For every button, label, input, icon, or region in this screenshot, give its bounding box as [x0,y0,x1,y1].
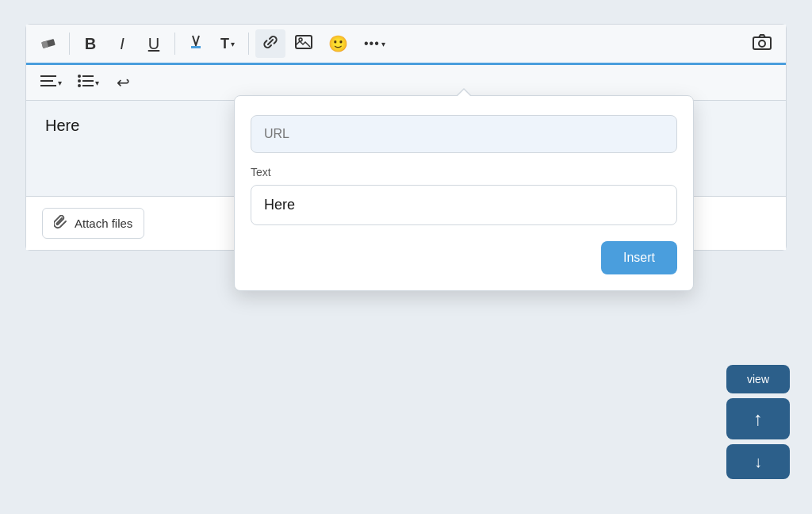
separator3 [248,33,249,55]
align-icon [40,75,56,91]
popup-footer: Insert [251,241,677,274]
camera-button[interactable] [746,29,778,58]
scroll-up-button[interactable]: ↑ [726,398,790,439]
separator2 [174,33,175,55]
align-chevron: ▾ [58,79,62,87]
color-icon [188,34,204,54]
editor-content: Here [45,117,79,134]
scroll-down-button[interactable]: ↓ [726,444,790,479]
attach-files-button[interactable]: Attach files [42,208,144,239]
bold-button[interactable]: B [76,29,105,58]
right-actions: view ↑ ↓ [726,365,790,479]
link-button[interactable] [255,29,285,58]
preview-label: view [747,373,769,386]
toolbar-row1: B I U T ▾ [26,25,786,65]
svg-point-12 [78,79,81,82]
list-chevron: ▾ [95,79,99,87]
svg-point-10 [78,75,81,78]
undo-icon: ↩ [117,73,130,92]
undo-button[interactable]: ↩ [109,68,137,97]
align-button[interactable]: ▾ [34,68,68,97]
emoji-button[interactable]: 🙂 [322,29,354,58]
svg-point-14 [78,84,81,87]
camera-icon [753,34,772,54]
eraser-button[interactable] [34,29,63,58]
list-button[interactable]: ▾ [71,68,105,97]
eraser-icon [40,34,56,54]
list-icon [78,75,94,91]
up-arrow-icon: ↑ [753,408,763,430]
attach-label: Attach files [75,217,132,230]
font-size-button[interactable]: T ▾ [213,29,242,58]
paperclip-icon [54,215,68,232]
italic-button[interactable]: I [108,29,136,58]
underline-button[interactable]: U [140,29,168,58]
svg-rect-2 [191,46,201,48]
font-size-arrow: ▾ [231,40,235,48]
down-arrow-icon: ↓ [754,453,762,471]
insert-label: Insert [623,251,655,264]
link-icon [262,33,279,55]
color-button[interactable] [182,29,210,58]
underline-icon: U [148,35,159,53]
link-popup: Text Insert [234,95,694,291]
svg-point-6 [759,40,765,47]
more-chevron: ▾ [381,40,385,48]
text-label: Text [251,166,677,178]
more-icon: ••• [364,36,380,51]
image-icon [295,35,312,53]
italic-icon: I [120,35,124,53]
bold-icon: B [85,35,96,53]
preview-button[interactable]: view [726,365,790,393]
url-input[interactable] [251,115,677,153]
link-text-input[interactable] [251,185,677,225]
insert-button[interactable]: Insert [601,241,677,274]
separator1 [69,33,70,55]
emoji-icon: 🙂 [328,34,348,53]
font-size-icon: T [220,36,229,52]
image-button[interactable] [289,29,319,58]
more-button[interactable]: ••• ▾ [358,29,392,58]
